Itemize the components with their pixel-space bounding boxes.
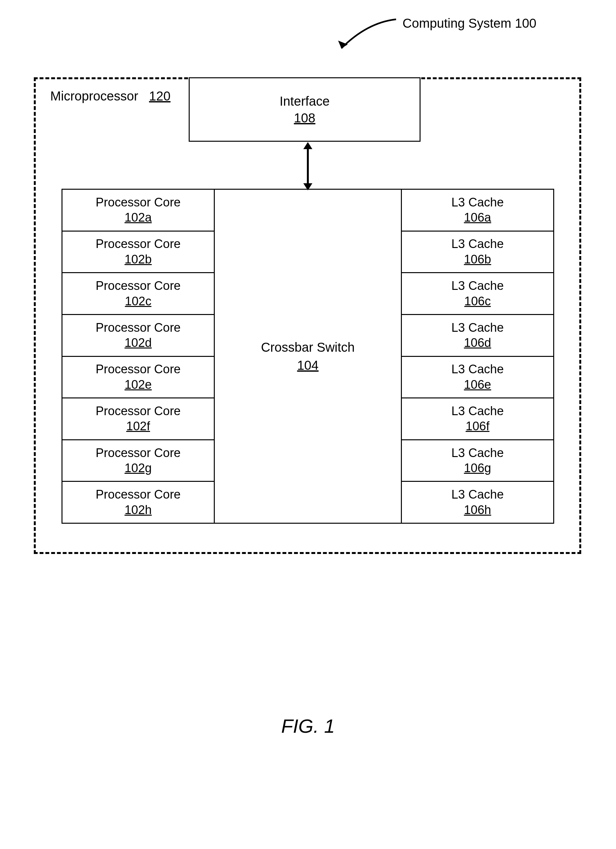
core-label: Processor Core	[96, 237, 181, 252]
cache-ref: 106h	[464, 502, 491, 518]
crossbar-switch-box: Crossbar Switch 104	[214, 190, 402, 523]
cache-label: L3 Cache	[451, 404, 504, 419]
cache-ref: 106a	[464, 210, 491, 225]
core-ref: 102f	[126, 419, 150, 434]
interface-label: Interface	[280, 93, 330, 110]
core-label: Processor Core	[96, 320, 181, 336]
double-arrow-icon	[301, 142, 314, 190]
microprocessor-label-text: Microprocessor	[50, 89, 138, 103]
figure-1-page: Computing System 100 Microprocessor 120 …	[0, 0, 616, 849]
cache-label: L3 Cache	[451, 278, 504, 294]
core-cell-2: Processor Core 102c	[62, 272, 214, 314]
cache-cell-1: L3 Cache 106b	[402, 231, 553, 273]
computing-system-callout: Computing System 100	[329, 13, 602, 52]
microprocessor-box: Microprocessor 120 Interface 108 Process…	[34, 77, 581, 554]
core-crossbar-cache-table: Processor Core 102a Processor Core 102b …	[61, 189, 554, 524]
crossbar-ref: 104	[297, 356, 319, 374]
core-cell-4: Processor Core 102e	[62, 356, 214, 398]
figure-caption: FIG. 1	[0, 715, 616, 737]
core-cell-7: Processor Core 102h	[62, 481, 214, 523]
microprocessor-ref: 120	[149, 89, 171, 103]
cache-ref: 106c	[464, 294, 491, 309]
cache-cell-2: L3 Cache 106c	[402, 272, 553, 314]
core-ref: 102d	[125, 335, 152, 351]
cache-cell-4: L3 Cache 106e	[402, 356, 553, 398]
microprocessor-label: Microprocessor 120	[50, 89, 171, 103]
cache-ref: 106d	[464, 335, 491, 351]
cache-ref: 106g	[464, 460, 491, 476]
callout-arrow-icon	[329, 13, 403, 52]
cache-label: L3 Cache	[451, 195, 504, 210]
processor-core-column: Processor Core 102a Processor Core 102b …	[62, 190, 214, 523]
cache-cell-6: L3 Cache 106g	[402, 439, 553, 481]
cache-cell-5: L3 Cache 106f	[402, 398, 553, 439]
core-ref: 102g	[125, 460, 152, 476]
interface-ref: 108	[294, 110, 315, 126]
cache-label: L3 Cache	[451, 445, 504, 461]
core-cell-1: Processor Core 102b	[62, 231, 214, 273]
interface-box: Interface 108	[189, 77, 421, 142]
computing-system-label: Computing System 100	[403, 16, 536, 31]
core-label: Processor Core	[96, 278, 181, 294]
core-ref: 102h	[125, 502, 152, 518]
core-cell-5: Processor Core 102f	[62, 398, 214, 439]
core-label: Processor Core	[96, 487, 181, 502]
crossbar-label: Crossbar Switch	[261, 338, 354, 356]
core-cell-3: Processor Core 102d	[62, 314, 214, 356]
cache-label: L3 Cache	[451, 362, 504, 377]
cache-label: L3 Cache	[451, 237, 504, 252]
core-ref: 102c	[125, 294, 151, 309]
cache-cell-3: L3 Cache 106d	[402, 314, 553, 356]
core-label: Processor Core	[96, 404, 181, 419]
core-ref: 102b	[125, 252, 152, 267]
core-ref: 102a	[125, 210, 152, 225]
cache-label: L3 Cache	[451, 487, 504, 502]
core-ref: 102e	[125, 377, 152, 393]
svg-marker-2	[304, 142, 312, 149]
core-label: Processor Core	[96, 362, 181, 377]
cache-ref: 106b	[464, 252, 491, 267]
cache-ref: 106f	[466, 419, 490, 434]
core-cell-6: Processor Core 102g	[62, 439, 214, 481]
core-label: Processor Core	[96, 195, 181, 210]
cache-label: L3 Cache	[451, 320, 504, 336]
cache-ref: 106e	[464, 377, 491, 393]
core-cell-0: Processor Core 102a	[62, 190, 214, 231]
cache-cell-7: L3 Cache 106h	[402, 481, 553, 523]
l3-cache-column: L3 Cache 106a L3 Cache 106b L3 Cache 106…	[402, 190, 553, 523]
cache-cell-0: L3 Cache 106a	[402, 190, 553, 231]
core-label: Processor Core	[96, 445, 181, 461]
svg-marker-0	[338, 40, 348, 48]
